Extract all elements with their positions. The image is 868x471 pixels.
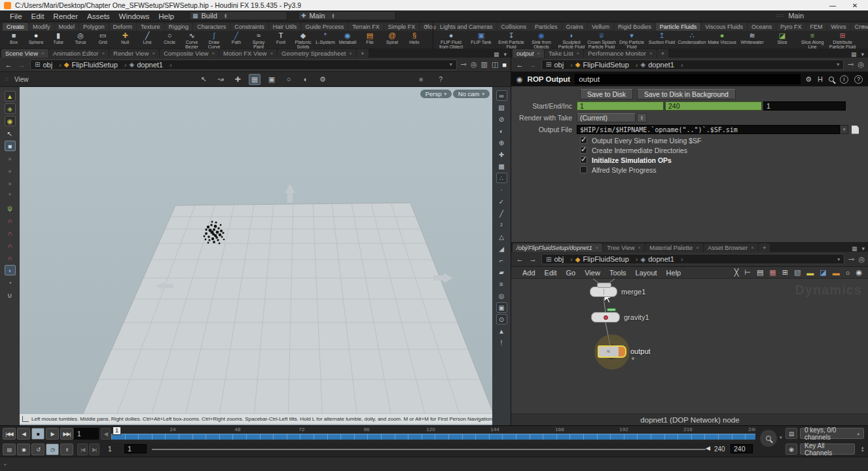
minimize-button[interactable]: — (823, 2, 842, 9)
shelf-tool[interactable]: ◉ Metaball (336, 31, 359, 44)
shelf-tab[interactable]: Collisions (497, 23, 531, 31)
pane-tab[interactable]: Composite View (160, 49, 219, 58)
camera-menu[interactable]: No cam (453, 90, 490, 98)
viewport-display-option-icon[interactable]: ≡ (496, 279, 507, 289)
shelf-tool[interactable]: ● Sphere (25, 31, 47, 44)
output-node[interactable]: ≈ (598, 345, 626, 358)
shelf-tab[interactable]: Deform (109, 23, 137, 31)
output-file-dropdown-icon[interactable]: ▾ (840, 125, 848, 134)
network-graph[interactable]: Dynamics merge1 gravity1 (511, 279, 868, 413)
viewport-display-option-icon[interactable]: ⌐ (496, 255, 507, 266)
main-toolbar-label[interactable]: Main (788, 12, 804, 20)
shelf-tool[interactable]: ▮ Tube (47, 31, 69, 44)
shelf-tool[interactable]: ◗ Sculpted Particle Fluid (556, 31, 587, 49)
back-icon[interactable]: ← (4, 61, 13, 69)
frame-step-button[interactable]: ◀| (101, 428, 111, 440)
search-icon[interactable] (829, 77, 834, 82)
viewport-display-option-icon[interactable]: ✓ (496, 196, 507, 207)
breadcrumb[interactable]: ⊞obj ◆FlipFluidSetup ◈dopnet1 ▾ (30, 60, 457, 70)
viewport-tool-icon[interactable]: ↖ (198, 74, 209, 85)
viewport-left-tool-icon[interactable]: ∩ (5, 253, 16, 263)
playbar-option-button[interactable]: ◉ (17, 444, 30, 455)
shelf-tool[interactable]: ▤ File (359, 31, 381, 44)
pin-icon[interactable]: ⊸ (848, 60, 854, 69)
viewport-display-option-icon[interactable]: ∴ (496, 173, 507, 183)
pane-tab[interactable]: + (657, 49, 669, 58)
viewport-display-option-icon[interactable]: · (496, 184, 507, 195)
shelf-tab[interactable]: Model (55, 23, 79, 31)
path-dropdown-icon[interactable]: ▾ (837, 61, 839, 67)
viewport-display-option-icon[interactable]: ⊘ (496, 114, 507, 124)
pane-tab[interactable]: /obj/FlipFluidSetup/dopnet1 (513, 243, 602, 252)
viewport-tool-icon[interactable]: ▦ (249, 74, 261, 85)
viewport-display-option-icon[interactable]: ╱ (496, 208, 507, 218)
pane-tab[interactable]: Material Palette (645, 243, 703, 252)
zoom-dropdown-icon[interactable]: ▾ (780, 435, 782, 440)
close-button[interactable]: ✕ (846, 2, 864, 9)
viewport-tool-icon[interactable]: ↝ (215, 74, 226, 85)
key-all-channels-button[interactable]: Key All Channels (800, 444, 855, 455)
pane-tab[interactable]: Asset Browser (704, 243, 758, 252)
viewport-left-tool-icon[interactable]: ∩ (5, 215, 16, 226)
viewport-left-tool-icon[interactable]: ■ (5, 141, 16, 151)
pane-tab[interactable]: Geometry Spreadsheet (278, 49, 356, 58)
split-icon[interactable]: ◫ (492, 60, 498, 69)
shelf-tool[interactable]: ▾ Drip Particle Fluid (617, 31, 647, 49)
shelf-tool[interactable]: ■ Box (3, 31, 25, 44)
network-toolbar-icon[interactable]: ◪ (820, 268, 826, 277)
display-flag[interactable] (607, 308, 616, 311)
viewport-3d-area[interactable]: Persp No cam Left mouse tumbles. Middle … (20, 87, 492, 425)
viewport[interactable]: ▲◈◉↖■●●●*ψ∩∩∩∩◗◔∪ (0, 87, 511, 425)
pane-tab[interactable]: Performance Monitor (584, 49, 656, 58)
network-menu-item[interactable]: Layout (631, 269, 662, 277)
viewport-display-option-icon[interactable]: ! (496, 338, 507, 348)
shelf-tab[interactable]: Grains (562, 23, 588, 31)
shelf-tab[interactable]: Rigid Bodies (614, 23, 655, 31)
pane-tab[interactable]: Render View (109, 49, 159, 58)
range-slider[interactable] (152, 449, 706, 450)
current-frame-field[interactable]: 1 (74, 428, 99, 440)
pin-icon[interactable]: ⊸ (848, 255, 854, 264)
panel-menu-icon[interactable]: ▦ (851, 51, 857, 58)
pane-tab[interactable]: + (759, 243, 770, 252)
shelf-tab[interactable]: Vellum (588, 23, 613, 31)
back-icon[interactable]: ← (515, 61, 524, 69)
take-dropdown[interactable]: (Current) (577, 113, 636, 122)
viewport-left-tool-icon[interactable]: ● (5, 178, 16, 188)
hscript-icon[interactable]: H (818, 75, 823, 83)
forward-icon[interactable]: → (17, 61, 26, 69)
shelf-tool[interactable]: ╱ Path (225, 31, 247, 44)
network-toolbar-icon[interactable]: ▬ (806, 269, 814, 277)
shelf-tab[interactable]: FEM (806, 23, 827, 31)
shelf-tab[interactable]: Terrain FX (348, 23, 384, 31)
shelf-tool[interactable]: T Font (270, 31, 292, 44)
shelf-tool[interactable]: ◆ Platonic Solids (292, 31, 314, 49)
shelf-tool[interactable]: ◉ Sink from Objects (526, 31, 556, 49)
viewport-tool-icon[interactable]: ▣ (266, 74, 278, 85)
pin-icon[interactable]: ⊸ (461, 60, 467, 69)
pane-tab[interactable]: Motion FX View (219, 49, 277, 58)
checkbox[interactable] (580, 156, 587, 164)
shelf-tab[interactable]: Modify (29, 23, 54, 31)
network-toolbar-icon[interactable]: ╳ (734, 268, 739, 277)
network-menu-item[interactable]: Tools (605, 269, 631, 277)
shelf-tool[interactable]: ≡ Slice Along Line (797, 31, 827, 49)
breadcrumb[interactable]: ⊞obj ◆FlipFluidSetup ◈dopnet1 ▾ (541, 60, 844, 70)
viewport-display-option-icon[interactable]: ◐ (496, 126, 507, 136)
link-icon[interactable]: ◎ (858, 60, 864, 69)
radial-stepper[interactable] (332, 13, 334, 19)
menu-item[interactable]: File (5, 12, 27, 20)
menu-item[interactable]: Edit (27, 12, 49, 20)
range-slider-handle[interactable]: ◀ (706, 445, 710, 451)
viewport-display-option-icon[interactable]: ² (496, 220, 507, 230)
network-toolbar-icon[interactable]: ⊢ (744, 268, 751, 277)
pane-tab[interactable]: Animation Editor (49, 49, 109, 58)
viewport-display-option-icon[interactable]: △ (496, 232, 507, 242)
range-start-field[interactable]: 1 (124, 444, 147, 453)
output-file-field[interactable]: $HIP/sim/$HIPNAME.`opname("..")`.$SF.sim (577, 125, 840, 134)
checkbox[interactable] (580, 137, 587, 144)
pane-tab[interactable]: Take List (545, 49, 583, 58)
shelf-tool[interactable]: ● FLIP Fluid from Object (436, 31, 466, 49)
shelf-tab[interactable]: Oceans (748, 23, 776, 31)
info-icon[interactable]: i (840, 75, 848, 84)
